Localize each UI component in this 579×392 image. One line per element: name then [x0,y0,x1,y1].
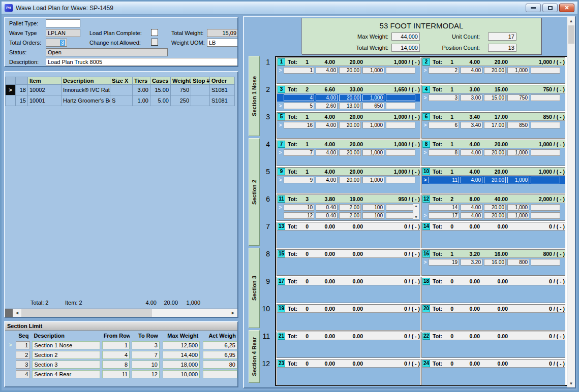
detail-selector[interactable]: > [277,177,284,183]
detail-cases-field[interactable]: 20.00 [339,122,361,128]
detail-extra-field[interactable] [531,259,560,266]
cell-scroll-down-icon[interactable]: ▼ [414,215,418,219]
detail-weight-field[interactable]: 1,000 [507,212,529,219]
detail-extra-field[interactable] [386,67,415,74]
table-row[interactable]: 3Section 381018,00080 [5,360,237,369]
position-cell[interactable]: 4Tot:13.0015.00750 / ( - )>33.0015.00750 [421,85,565,111]
detail-extra-field[interactable] [531,204,560,211]
detail-cases-field[interactable]: 2.00 [339,204,361,211]
total-orders-field[interactable]: 3 [46,39,67,47]
row-selector-cell[interactable] [5,370,16,378]
position-cell[interactable]: 11Tot:33.8019.00950 / ( - )>100.402.0010… [277,194,420,221]
detail-tiers-field[interactable]: 4.00 [461,177,482,183]
detail-weight-field[interactable]: 1,000 [362,149,384,156]
pallet-type-field[interactable] [46,19,80,27]
position-cell[interactable]: 24Tot:00.000.000 / ( - ) [421,359,565,385]
restore-button[interactable] [542,4,558,12]
row-selector-cell[interactable]: > [5,84,16,95]
position-cell[interactable]: 18Tot:00.000.000 / ( - ) [421,277,565,303]
detail-cases-field[interactable]: 16.00 [484,259,506,266]
detail-unit-field[interactable]: 11 [429,177,459,183]
detail-unit-field[interactable]: 7 [284,149,314,156]
detail-unit-field[interactable]: 16 [284,122,314,128]
vscroll-thumb[interactable] [568,25,574,44]
detail-cases-field[interactable]: 20.00 [484,212,506,219]
detail-cases-field[interactable]: 20.00 [484,177,506,183]
description-field[interactable]: Load Plan Truck 8005 [46,58,238,66]
position-detail-row[interactable]: >63.4017.00850 [422,121,565,129]
position-detail-row[interactable]: >94.0020.001,000 [277,176,420,184]
detail-unit-field[interactable]: 14 [429,204,459,211]
detail-extra-field[interactable] [531,212,560,219]
detail-selector[interactable]: > [422,150,429,155]
detail-selector[interactable]: > [422,68,429,73]
row-selector-cell[interactable] [5,351,16,359]
position-cell[interactable]: 23Tot:00.000.000 / ( - ) [277,359,420,385]
detail-unit-field[interactable]: 2 [429,67,459,74]
position-cell[interactable]: 22Tot:00.000.000 / ( - ) [421,332,565,358]
detail-extra-field[interactable] [531,122,560,128]
position-cell[interactable]: 17Tot:00.000.000 / ( - ) [277,277,420,303]
item-grid-hscrollbar[interactable]: ◄ ► [5,308,237,317]
change-not-allowed-checkbox[interactable] [151,39,158,46]
detail-tiers-field[interactable]: 0.40 [316,204,338,211]
table-row[interactable]: 4Section 4 Rear111210,000 [5,369,237,379]
weight-uom-field[interactable]: LB [207,39,238,47]
position-cell[interactable]: 7Tot:14.0020.001,000 / ( - )>74.0020.001… [277,140,420,166]
detail-selector[interactable]: > [277,103,284,109]
detail-unit-field[interactable]: 6 [429,122,459,128]
detail-extra-field[interactable] [386,212,415,219]
detail-unit-field[interactable]: 4 [284,94,314,101]
detail-tiers-field[interactable]: 0.40 [316,212,338,219]
position-detail-row[interactable]: 44.0020.001,000 [277,94,420,102]
detail-weight-field[interactable]: 1,000 [507,149,529,156]
detail-selector[interactable]: > [422,95,429,101]
hscroll-left-arrow-icon[interactable]: ◄ [13,309,21,317]
detail-selector[interactable]: > [422,122,429,128]
detail-cases-field[interactable]: 20.00 [339,67,361,74]
hscroll-thumb[interactable] [21,309,152,317]
cell-scroll-up-icon[interactable]: ▲ [414,204,418,208]
vscroll-up-arrow-icon[interactable]: ▲ [567,17,575,25]
total-weight-field[interactable]: 15,09 [207,29,238,37]
table-row[interactable]: 2Section 24714,4006,95 [5,350,237,360]
detail-weight-field[interactable]: 750 [507,94,529,101]
table-row[interactable]: >1810002Innorack® IVC Rat 33.0015.00750S… [6,84,237,95]
detail-weight-field[interactable]: 1,000 [362,67,384,74]
detail-unit-field[interactable]: 3 [429,94,459,101]
position-cell[interactable]: 3Tot:26.6033.001,650 / ( - )44.0020.001,… [277,85,420,111]
position-detail-row[interactable]: >100.402.00100 [277,204,420,211]
detail-unit-field[interactable]: 5 [284,103,314,109]
position-detail-row[interactable]: >14.0020.001,000 [277,67,420,74]
detail-unit-field[interactable]: 17 [429,212,459,219]
position-cell[interactable]: 21Tot:00.000.000 / ( - ) [277,332,420,358]
detail-weight-field[interactable]: 1,000 [507,177,529,183]
detail-weight-field[interactable]: 800 [507,259,529,266]
titlebar[interactable]: PH Wave Load Plan for Wave: SP-1459 ✕ [2,2,577,15]
status-field[interactable]: Open [46,48,168,56]
detail-cases-field[interactable]: 20.00 [484,67,506,74]
detail-tiers-field[interactable]: 4.00 [461,204,482,211]
position-detail-row[interactable]: >84.0020.001,000 [422,149,565,156]
detail-cases-field[interactable]: 13.00 [339,103,361,109]
wave-type-field[interactable]: LPLAN [46,29,80,37]
detail-weight-field[interactable]: 1,000 [507,67,529,74]
vscroll-down-arrow-icon[interactable]: ▼ [567,379,575,387]
detail-extra-field[interactable] [531,177,560,183]
position-detail-row[interactable]: >74.0020.001,000 [277,149,420,156]
detail-tiers-field[interactable]: 4.00 [316,122,338,128]
max-weight-field[interactable]: 44,000 [391,32,420,41]
detail-tiers-field[interactable]: 4.00 [316,177,338,183]
position-detail-row[interactable]: >193.2016.00800 [422,258,565,266]
position-detail-row[interactable]: >24.0020.001,000 [422,67,565,74]
detail-tiers-field[interactable]: 4.00 [461,212,482,219]
close-button[interactable]: ✕ [559,4,574,12]
position-cell[interactable]: 9Tot:14.0020.001,000 / ( - )>94.0020.001… [277,167,420,193]
row-selector-cell[interactable]: > [5,341,16,349]
detail-tiers-field[interactable]: 3.40 [461,122,482,128]
detail-cases-field[interactable]: 20.00 [484,149,506,156]
detail-extra-field[interactable] [386,94,415,101]
detail-selector[interactable]: > [422,259,429,265]
detail-cases-field[interactable]: 15.00 [484,94,506,101]
position-cell[interactable]: 19Tot:00.000.000 / ( - ) [277,304,420,331]
